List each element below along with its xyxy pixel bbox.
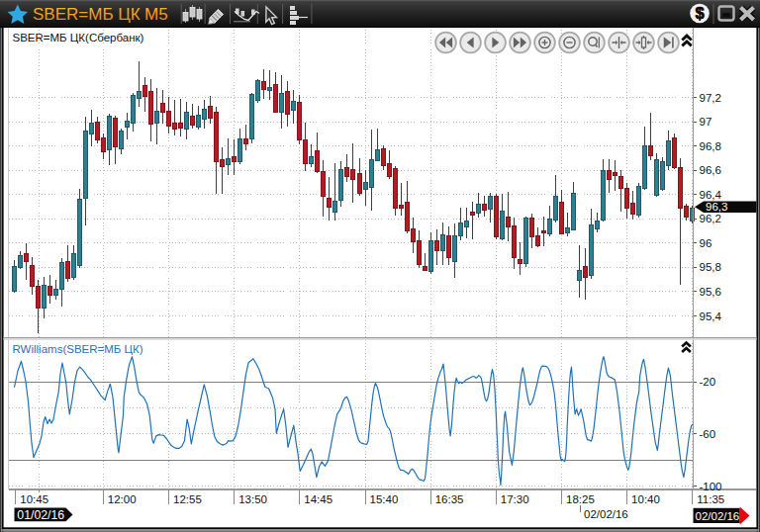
svg-text:97,2: 97,2 [700,92,721,104]
svg-text:96,8: 96,8 [700,140,721,152]
svg-text:13:50: 13:50 [238,493,267,505]
svg-text:SBER=МБ ЦК(Сбербанк): SBER=МБ ЦК(Сбербанк) [13,32,144,44]
svg-text:96,4: 96,4 [700,189,722,201]
svg-text:RWilliams(SBER=МБ ЦК): RWilliams(SBER=МБ ЦК) [13,343,143,355]
svg-text:15:40: 15:40 [370,493,399,505]
svg-text:95,6: 95,6 [700,286,721,298]
svg-text:12:55: 12:55 [173,493,202,505]
svg-text:97: 97 [700,116,712,128]
svg-text:12:00: 12:00 [108,493,137,505]
svg-text:01/02/16: 01/02/16 [17,508,64,522]
svg-text:02/02/16: 02/02/16 [696,510,740,522]
svg-text:18:25: 18:25 [566,493,595,505]
svg-text:16:35: 16:35 [435,493,464,505]
svg-text:11:35: 11:35 [697,493,724,505]
svg-text:14:45: 14:45 [304,493,332,505]
svg-text:02/02/16: 02/02/16 [584,508,628,520]
svg-text:17:30: 17:30 [501,493,529,505]
svg-text:M5: M5 [144,5,168,24]
svg-text:96: 96 [700,237,712,249]
svg-text:-20: -20 [700,376,716,388]
svg-text:-100: -100 [700,481,722,492]
svg-text:95,8: 95,8 [700,261,721,273]
svg-text:95,4: 95,4 [700,310,722,322]
svg-text:96,6: 96,6 [700,164,721,176]
svg-text:10:45: 10:45 [20,493,48,505]
svg-text:$: $ [695,4,704,22]
svg-text:10:40: 10:40 [631,493,660,505]
svg-text:SBER=МБ ЦК: SBER=МБ ЦК [33,5,141,24]
svg-text:96,2: 96,2 [700,213,721,224]
svg-text:-60: -60 [700,428,716,440]
svg-text:96,3: 96,3 [706,201,727,213]
